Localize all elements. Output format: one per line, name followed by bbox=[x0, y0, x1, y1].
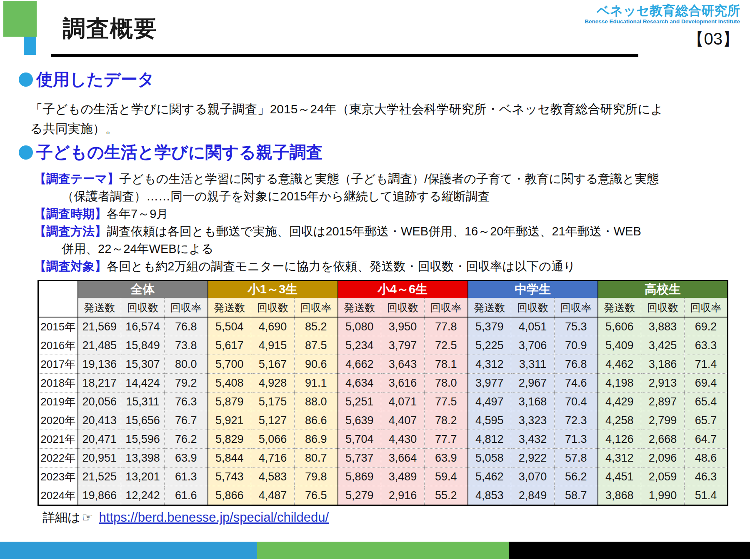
table-row: 2020年20,41315,65676.75,9215,12786.65,639… bbox=[38, 411, 728, 430]
year-cell: 2020年 bbox=[38, 411, 78, 430]
table-cell: 2,059 bbox=[641, 468, 685, 486]
group-header-0: 全体 bbox=[78, 281, 208, 298]
detail-label: 【調査対象】 bbox=[34, 260, 107, 273]
data-used-paragraph: 「子どもの生活と学びに関する親子調査」2015～24年（東京大学社会科学研究所・… bbox=[30, 99, 663, 138]
table-cell: 4,915 bbox=[251, 336, 295, 355]
sub-header-cell: 回収数 bbox=[641, 298, 685, 318]
details-link[interactable]: https://berd.benesse.jp/special/childedu… bbox=[99, 510, 329, 525]
table-cell: 5,700 bbox=[208, 355, 251, 374]
table-cell: 69.4 bbox=[685, 374, 728, 392]
table-cell: 15,307 bbox=[121, 355, 165, 374]
table-cell: 77.8 bbox=[425, 317, 468, 336]
table-cell: 71.4 bbox=[685, 355, 728, 374]
year-cell: 2024年 bbox=[38, 486, 78, 505]
table-row: 2021年20,47115,59676.25,8295,06686.95,704… bbox=[38, 430, 728, 449]
table-cell: 85.2 bbox=[295, 317, 338, 336]
table-cell: 4,429 bbox=[598, 392, 641, 411]
table-cell: 16,574 bbox=[121, 317, 165, 336]
table-cell: 2,849 bbox=[511, 486, 555, 505]
table-cell: 3,425 bbox=[641, 336, 685, 355]
corner-cell bbox=[38, 281, 78, 318]
table-cell: 4,126 bbox=[598, 430, 641, 449]
sub-header-cell: 回収率 bbox=[555, 298, 598, 318]
table-cell: 56.2 bbox=[555, 468, 598, 486]
survey-table: 全体小1～3生小4～6生中学生高校生発送数回収数回収率発送数回収数回収率発送数回… bbox=[38, 280, 728, 506]
table-cell: 78.2 bbox=[425, 411, 468, 430]
page-title: 調査概要 bbox=[62, 13, 158, 44]
table-cell: 5,844 bbox=[208, 449, 251, 468]
table-cell: 4,430 bbox=[381, 430, 425, 449]
detail-line-subjects: 【調査対象】各回とも約2万組の調査モニターに協力を依頼、発送数・回収数・回収率は… bbox=[34, 258, 659, 275]
table-sub-header-row: 発送数回収数回収率発送数回収数回収率発送数回収数回収率発送数回収数回収率発送数回… bbox=[38, 298, 728, 318]
detail-text: 調査依頼は各回とも郵送で実施、回収は2015年郵送・WEB併用、16～20年郵送… bbox=[107, 225, 641, 238]
table-cell: 63.3 bbox=[685, 336, 728, 355]
table-cell: 2,668 bbox=[641, 430, 685, 449]
pointing-hand-icon: ☞ bbox=[82, 510, 93, 525]
table-cell: 18,217 bbox=[78, 374, 121, 392]
table-cell: 4,583 bbox=[251, 468, 295, 486]
table-cell: 5,080 bbox=[338, 317, 381, 336]
table-cell: 4,497 bbox=[468, 392, 511, 411]
table-cell: 76.7 bbox=[165, 411, 208, 430]
benesse-logo-japanese: ベネッセ教育総合研究所 bbox=[585, 3, 740, 18]
table-cell: 5,379 bbox=[468, 317, 511, 336]
table-cell: 21,525 bbox=[78, 468, 121, 486]
table-cell: 76.8 bbox=[165, 317, 208, 336]
table-cell: 2,913 bbox=[641, 374, 685, 392]
table-cell: 70.4 bbox=[555, 392, 598, 411]
sub-header-cell: 発送数 bbox=[78, 298, 121, 318]
table-row: 2017年19,13615,30780.05,7005,16790.64,662… bbox=[38, 355, 728, 374]
title-underline bbox=[51, 54, 638, 57]
section-heading-text: 子どもの生活と学びに関する親子調査 bbox=[36, 141, 323, 164]
table-cell: 63.9 bbox=[165, 449, 208, 468]
year-cell: 2022年 bbox=[38, 449, 78, 468]
table-cell: 5,167 bbox=[251, 355, 295, 374]
table-cell: 5,866 bbox=[208, 486, 251, 505]
group-header-4: 高校生 bbox=[598, 281, 728, 298]
table-cell: 71.3 bbox=[555, 430, 598, 449]
table-cell: 3,664 bbox=[381, 449, 425, 468]
sub-header-cell: 発送数 bbox=[468, 298, 511, 318]
table-cell: 4,928 bbox=[251, 374, 295, 392]
slide: 調査概要 ベネッセ教育総合研究所 Benesse Educational Res… bbox=[0, 0, 750, 560]
table-cell: 3,706 bbox=[511, 336, 555, 355]
survey-table-wrapper: 全体小1～3生小4～6生中学生高校生発送数回収数回収率発送数回収数回収率発送数回… bbox=[38, 280, 728, 506]
sub-header-cell: 回収数 bbox=[121, 298, 165, 318]
table-cell: 64.7 bbox=[685, 430, 728, 449]
detail-line-method-cont: 併用、22～24年WEBによる bbox=[34, 240, 659, 258]
table-row: 2024年19,86612,24261.65,8664,48776.55,279… bbox=[38, 486, 728, 505]
table-cell: 5,737 bbox=[338, 449, 381, 468]
table-cell: 3,883 bbox=[641, 317, 685, 336]
detail-label: 【調査方法】 bbox=[34, 225, 107, 238]
table-cell: 61.6 bbox=[165, 486, 208, 505]
table-cell: 20,413 bbox=[78, 411, 121, 430]
table-cell: 5,279 bbox=[338, 486, 381, 505]
table-cell: 4,051 bbox=[511, 317, 555, 336]
table-cell: 3,186 bbox=[641, 355, 685, 374]
table-cell: 4,662 bbox=[338, 355, 381, 374]
table-cell: 46.3 bbox=[685, 468, 728, 486]
table-cell: 76.8 bbox=[555, 355, 598, 374]
table-cell: 1,990 bbox=[641, 486, 685, 505]
table-cell: 4,595 bbox=[468, 411, 511, 430]
detail-line-theme-cont: （保護者調査）……同一の親子を対象に2015年から継続して追跡する縦断調査 bbox=[34, 188, 659, 205]
table-cell: 73.8 bbox=[165, 336, 208, 355]
table-cell: 5,743 bbox=[208, 468, 251, 486]
table-cell: 4,312 bbox=[598, 449, 641, 468]
sub-header-cell: 回収数 bbox=[511, 298, 555, 318]
table-cell: 5,606 bbox=[598, 317, 641, 336]
group-header-3: 中学生 bbox=[468, 281, 598, 298]
table-cell: 15,596 bbox=[121, 430, 165, 449]
group-header-1: 小1～3生 bbox=[208, 281, 338, 298]
table-cell: 3,797 bbox=[381, 336, 425, 355]
table-cell: 87.5 bbox=[295, 336, 338, 355]
bullet-circle-icon bbox=[19, 145, 33, 160]
table-cell: 4,451 bbox=[598, 468, 641, 486]
table-cell: 14,424 bbox=[121, 374, 165, 392]
sub-header-cell: 回収率 bbox=[425, 298, 468, 318]
table-cell: 5,058 bbox=[468, 449, 511, 468]
table-cell: 3,868 bbox=[598, 486, 641, 505]
table-cell: 75.3 bbox=[555, 317, 598, 336]
table-cell: 4,071 bbox=[381, 392, 425, 411]
section-heading-survey: 子どもの生活と学びに関する親子調査 bbox=[19, 141, 323, 164]
